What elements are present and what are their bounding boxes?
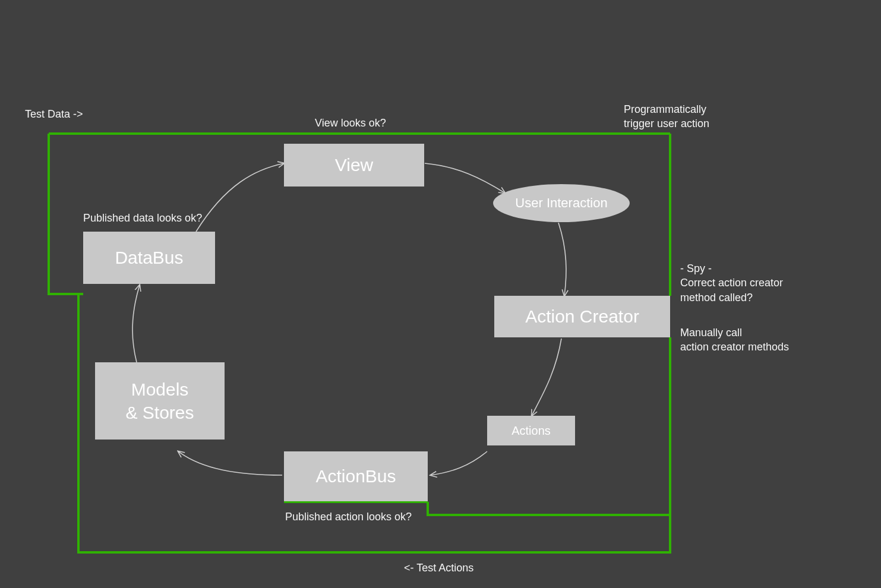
node-user-interaction: User Interaction (493, 184, 630, 222)
label-test-data: Test Data -> (25, 107, 83, 121)
node-view: View (284, 144, 424, 186)
label-spy: - Spy - Correct action creator method ca… (680, 261, 783, 305)
node-actions: Actions (487, 416, 575, 445)
node-data-bus: DataBus (83, 232, 215, 284)
label-test-actions: <- Test Actions (404, 561, 473, 575)
label-programmatically-trigger: Programmatically trigger user action (624, 102, 709, 131)
label-manual-call: Manually call action creator methods (680, 325, 789, 355)
label-view-looks-ok: View looks ok? (315, 116, 386, 130)
label-published-action: Published action looks ok? (285, 510, 412, 524)
node-models-stores: Models & Stores (95, 362, 225, 440)
label-published-data: Published data looks ok? (83, 211, 202, 225)
node-action-bus: ActionBus (284, 451, 428, 501)
node-action-creator: Action Creator (494, 296, 670, 337)
diagram-title: Possible TDD Approaches (0, 17, 881, 40)
